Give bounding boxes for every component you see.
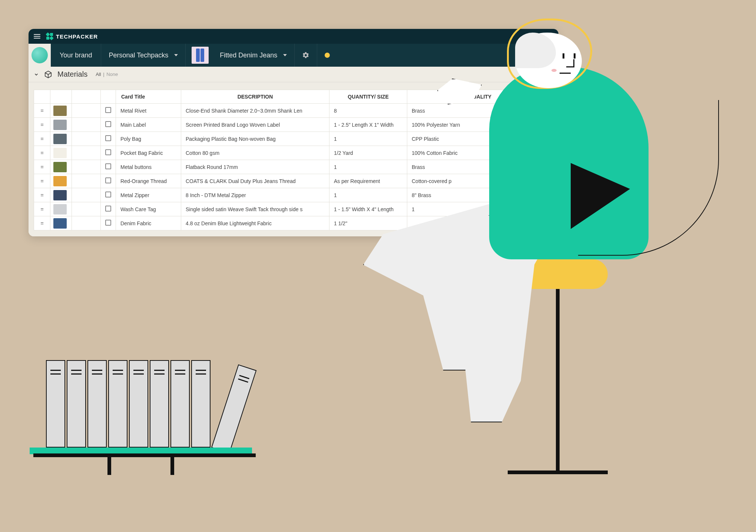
cell-quantity[interactable]: 1 1/2" xyxy=(329,216,407,230)
drag-handle-icon[interactable]: = xyxy=(34,104,50,118)
row-checkbox[interactable] xyxy=(101,174,116,188)
col-card-title[interactable]: Card Title xyxy=(116,90,181,104)
cell-quality[interactable]: 1 xyxy=(407,202,553,216)
material-swatch[interactable] xyxy=(50,216,72,230)
material-swatch[interactable] xyxy=(50,174,72,188)
drag-handle-icon[interactable]: = xyxy=(34,188,50,202)
cell-quality[interactable]: 100% Polyester Yarn xyxy=(407,118,553,132)
blank-cell xyxy=(72,104,101,118)
material-swatch[interactable] xyxy=(50,132,72,146)
app-window: TECHPACKER Your brand Personal Techpacks… xyxy=(29,29,558,236)
row-checkbox[interactable] xyxy=(101,160,116,174)
row-checkbox[interactable] xyxy=(101,188,116,202)
cell-card-title[interactable]: Metal buttons xyxy=(116,160,181,174)
table-row[interactable]: =Denim Fabric4.8 oz Denim Blue Lightweig… xyxy=(34,216,553,230)
cell-card-title[interactable]: Poly Bag xyxy=(116,132,181,146)
table-row[interactable]: =Main LabelScreen Printed Brand Logo Wov… xyxy=(34,118,553,132)
cell-card-title[interactable]: Main Label xyxy=(116,118,181,132)
logo-icon xyxy=(46,33,53,40)
cell-description[interactable]: 4.8 oz Denim Blue Lightweight Fabric xyxy=(181,216,329,230)
app-name: TECHPACKER xyxy=(56,33,98,40)
cell-description[interactable]: Single sided satin Weave Swift Tack thro… xyxy=(181,202,329,216)
material-swatch[interactable] xyxy=(50,188,72,202)
table-row[interactable]: =Wash Care TagSingle sided satin Weave S… xyxy=(34,202,553,216)
col-quantity[interactable]: QUANTITY/ SIZE xyxy=(329,90,407,104)
cell-quality[interactable]: Brass xyxy=(407,160,553,174)
menu-icon[interactable] xyxy=(34,34,40,39)
drag-handle-icon[interactable]: = xyxy=(34,160,50,174)
cell-description[interactable]: Packaging Plastic Bag Non-woven Bag xyxy=(181,132,329,146)
brand-label[interactable]: Your brand xyxy=(51,44,101,67)
section-bar: Materials All | None xyxy=(29,67,558,82)
cell-description[interactable]: Cotton 80 gsm xyxy=(181,146,329,160)
cell-description[interactable]: Flatback Round 17mm xyxy=(181,160,329,174)
material-swatch[interactable] xyxy=(50,118,72,132)
brand-avatar[interactable] xyxy=(29,44,51,67)
drag-handle-icon[interactable]: = xyxy=(34,146,50,160)
cell-quality[interactable]: 100% Cotton Fabric xyxy=(407,146,553,160)
material-swatch[interactable] xyxy=(50,160,72,174)
cell-quantity[interactable]: 1 xyxy=(329,132,407,146)
drag-handle-icon[interactable]: = xyxy=(34,202,50,216)
col-description[interactable]: DESCRIPTION xyxy=(181,90,329,104)
filter-all-link[interactable]: All xyxy=(96,72,101,77)
cell-quality[interactable]: Cotton-covered p xyxy=(407,174,553,188)
cell-quantity[interactable]: 1 - 2.5" Length X 1" Width xyxy=(329,118,407,132)
cell-quantity[interactable]: As per Requirement xyxy=(329,174,407,188)
row-checkbox[interactable] xyxy=(101,146,116,160)
cell-quantity[interactable]: 8 xyxy=(329,104,407,118)
material-swatch[interactable] xyxy=(50,202,72,216)
table-row[interactable]: =Metal Zipper 8 Inch - DTM Metal Zipper1… xyxy=(34,188,553,202)
table-row[interactable]: =Metal RivetClose-End Shank Diameter 2.0… xyxy=(34,104,553,118)
cell-card-title[interactable]: Pocket Bag Fabric xyxy=(116,146,181,160)
cell-quantity[interactable]: 1/2 Yard xyxy=(329,146,407,160)
drag-handle-icon[interactable]: = xyxy=(34,216,50,230)
table-row[interactable]: =Red-Orange ThreadCOATS & CLARK Dual Dut… xyxy=(34,174,553,188)
table-row[interactable]: =Poly BagPackaging Plastic Bag Non-woven… xyxy=(34,132,553,146)
filter-none-link[interactable]: None xyxy=(106,72,118,77)
row-checkbox[interactable] xyxy=(101,104,116,118)
cell-description[interactable]: 8 Inch - DTM Metal Zipper xyxy=(181,188,329,202)
cell-quantity[interactable]: 1 xyxy=(329,188,407,202)
app-logo[interactable]: TECHPACKER xyxy=(46,33,98,40)
techpacks-dropdown[interactable]: Personal Techpacks xyxy=(101,44,186,67)
materials-table-wrap: Card Title DESCRIPTION QUANTITY/ SIZE QU… xyxy=(29,82,558,236)
materials-table: Card Title DESCRIPTION QUANTITY/ SIZE QU… xyxy=(34,90,553,230)
product-thumbnail[interactable] xyxy=(192,47,209,64)
table-row[interactable]: =Metal buttonsFlatback Round 17mm1Brass xyxy=(34,160,553,174)
drag-handle-icon[interactable]: = xyxy=(34,132,50,146)
cell-card-title[interactable]: Metal Zipper xyxy=(116,188,181,202)
cell-card-title[interactable]: Metal Rivet xyxy=(116,104,181,118)
cell-quality[interactable]: 8" Brass xyxy=(407,188,553,202)
cell-description[interactable]: Screen Printed Brand Logo Woven Label xyxy=(181,118,329,132)
cell-quality[interactable]: CPP Plastic xyxy=(407,132,553,146)
chameleon-icon xyxy=(32,47,48,63)
material-swatch[interactable] xyxy=(50,146,72,160)
cell-card-title[interactable]: Wash Care Tag xyxy=(116,202,181,216)
cell-description[interactable]: COATS & CLARK Dual Duty Plus Jeans Threa… xyxy=(181,174,329,188)
col-blank xyxy=(72,90,101,104)
cell-description[interactable]: Close-End Shank Diameter 2.0~3.0mm Shank… xyxy=(181,104,329,118)
cell-quantity[interactable]: 1 xyxy=(329,160,407,174)
drag-handle-icon[interactable]: = xyxy=(34,118,50,132)
drag-handle-icon[interactable]: = xyxy=(34,174,50,188)
blank-cell xyxy=(72,160,101,174)
cell-quantity[interactable]: 1 - 1.5" Width X 4" Length xyxy=(329,202,407,216)
row-checkbox[interactable] xyxy=(101,202,116,216)
techpacks-dropdown-label: Personal Techpacks xyxy=(109,51,168,59)
product-dropdown[interactable]: Fitted Denim Jeans xyxy=(212,44,295,67)
col-quality[interactable]: QUALITY xyxy=(407,90,553,104)
collapse-toggle[interactable] xyxy=(34,72,39,77)
material-swatch[interactable] xyxy=(50,104,72,118)
cell-card-title[interactable]: Red-Orange Thread xyxy=(116,174,181,188)
table-row[interactable]: =Pocket Bag FabricCotton 80 gsm1/2 Yard1… xyxy=(34,146,553,160)
row-checkbox[interactable] xyxy=(101,132,116,146)
col-drag xyxy=(34,90,50,104)
row-checkbox[interactable] xyxy=(101,216,116,230)
cell-card-title[interactable]: Denim Fabric xyxy=(116,216,181,230)
row-checkbox[interactable] xyxy=(101,118,116,132)
blank-cell xyxy=(72,132,101,146)
settings-button[interactable] xyxy=(295,44,317,67)
cell-quality[interactable]: Brass xyxy=(407,104,553,118)
cell-quality[interactable] xyxy=(407,216,553,230)
